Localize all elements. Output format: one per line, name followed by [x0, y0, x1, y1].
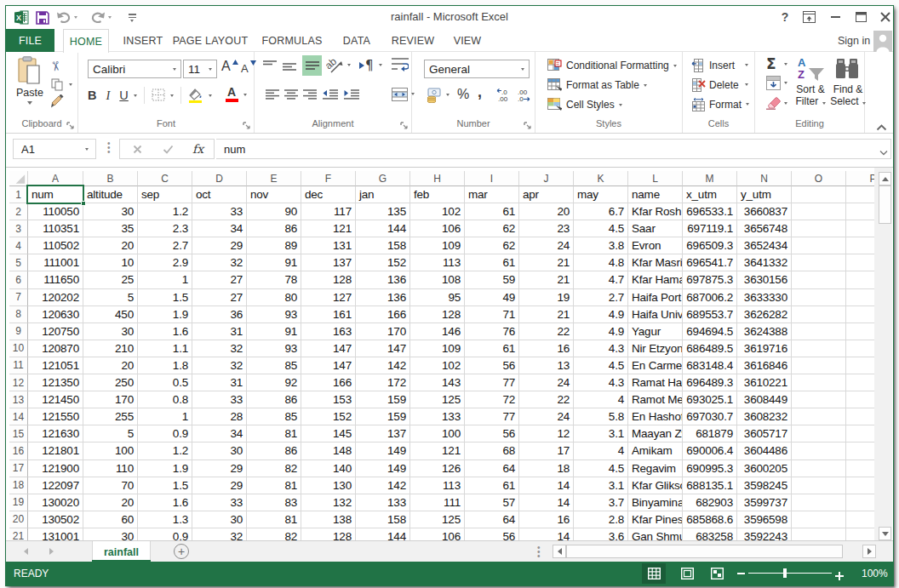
cell-H9[interactable]: 146 [410, 323, 465, 340]
cell-P15[interactable] [846, 425, 874, 442]
cell-H8[interactable]: 128 [410, 306, 465, 323]
column-header-J[interactable]: J [519, 171, 574, 186]
font-name-select[interactable]: Calibri [88, 60, 181, 78]
cell-L13[interactable]: Ramot Menashe [628, 391, 683, 408]
cell-B17[interactable]: 110 [83, 460, 138, 477]
cell-K20[interactable]: 2.8 [574, 511, 628, 528]
cell-C14[interactable]: 1 [138, 408, 192, 425]
cell-B15[interactable]: 5 [83, 425, 138, 442]
cell-N7[interactable]: 3633330 [737, 289, 792, 306]
underline-dropdown-icon[interactable] [134, 94, 137, 97]
cell-L20[interactable]: Kfar Pines [628, 511, 683, 528]
cell-P6[interactable] [846, 271, 874, 288]
vertical-scrollbar-thumb[interactable] [879, 186, 891, 224]
cell-C8[interactable]: 1.9 [138, 306, 192, 323]
column-header-D[interactable]: D [192, 171, 247, 186]
cell-K4[interactable]: 3.8 [574, 237, 628, 254]
cell-O19[interactable] [792, 494, 846, 511]
cell-D4[interactable]: 29 [192, 237, 247, 254]
cell-H2[interactable]: 102 [410, 203, 465, 220]
accounting-dropdown-icon[interactable] [446, 94, 450, 96]
cell-C16[interactable]: 1.2 [138, 442, 192, 460]
middle-align-icon[interactable] [283, 60, 296, 76]
sort-filter-icon[interactable]: A Z [798, 56, 827, 82]
tab-home[interactable]: HOME [63, 29, 109, 53]
scroll-down-icon[interactable] [879, 527, 891, 540]
cell-G10[interactable]: 147 [356, 340, 410, 357]
find-select-icon[interactable] [835, 57, 861, 81]
find-select-button[interactable]: Find & Select [827, 83, 869, 107]
row-header-21[interactable]: 21 [9, 528, 28, 540]
cell-A5[interactable]: 111001 [28, 254, 83, 271]
font-name-dropdown-icon[interactable] [173, 68, 176, 71]
decrease-decimal-icon[interactable]: .00 .0 [516, 88, 532, 106]
insert-function-icon[interactable]: fx [192, 142, 203, 156]
cell-O1[interactable] [792, 186, 846, 203]
cell-I17[interactable]: 64 [465, 460, 519, 477]
cell-P8[interactable] [846, 306, 874, 323]
cell-P3[interactable] [846, 220, 874, 237]
cell-M4[interactable]: 696509.3 [683, 237, 737, 254]
column-header-N[interactable]: N [737, 171, 792, 186]
cell-I18[interactable]: 61 [465, 477, 519, 494]
cell-F21[interactable]: 128 [301, 528, 356, 540]
cell-H21[interactable]: 106 [410, 528, 465, 540]
cell-I21[interactable]: 56 [465, 528, 519, 540]
cell-M18[interactable]: 688135.1 [683, 477, 737, 494]
tab-formulas[interactable]: FORMULAS [259, 29, 325, 52]
cell-J6[interactable]: 21 [519, 271, 574, 288]
cell-E18[interactable]: 81 [247, 477, 301, 494]
alignment-dialog-launcher-icon[interactable] [400, 118, 409, 127]
cell-A7[interactable]: 120202 [28, 289, 83, 306]
row-header-17[interactable]: 17 [9, 460, 28, 477]
tab-review[interactable]: REVIEW [388, 29, 438, 52]
cell-B8[interactable]: 450 [83, 306, 138, 323]
name-box[interactable]: A1 [13, 139, 96, 159]
cell-C2[interactable]: 1.2 [138, 203, 192, 220]
cell-J4[interactable]: 24 [519, 237, 574, 254]
cell-D6[interactable]: 27 [192, 271, 247, 288]
cell-F7[interactable]: 127 [301, 289, 356, 306]
cell-F1[interactable]: dec [301, 186, 356, 203]
cell-B21[interactable]: 30 [83, 528, 138, 540]
cell-C3[interactable]: 2.3 [138, 220, 192, 237]
cell-J5[interactable]: 21 [519, 254, 574, 271]
borders-icon[interactable] [152, 88, 166, 102]
cell-I8[interactable]: 71 [465, 306, 519, 323]
cell-G4[interactable]: 158 [356, 237, 410, 254]
cell-K7[interactable]: 2.7 [574, 289, 628, 306]
sign-in-link[interactable]: Sign in [838, 35, 870, 47]
row-header-11[interactable]: 11 [9, 357, 28, 374]
sort-filter-dropdown-icon[interactable] [822, 102, 826, 105]
cell-I14[interactable]: 77 [465, 408, 519, 425]
underline-button[interactable]: U [119, 88, 128, 102]
cell-C7[interactable]: 1.5 [138, 289, 192, 306]
clipboard-dialog-launcher-icon[interactable] [66, 118, 75, 127]
cell-E5[interactable]: 91 [247, 254, 301, 271]
cell-N17[interactable]: 3600205 [737, 460, 792, 477]
scroll-right-icon[interactable] [862, 545, 876, 558]
cell-A14[interactable]: 121550 [28, 408, 83, 425]
font-dialog-launcher-icon[interactable] [243, 118, 251, 127]
cell-L5[interactable]: Kfar Masrik [628, 254, 683, 271]
cell-G16[interactable]: 149 [356, 442, 410, 460]
cell-I5[interactable]: 61 [465, 254, 519, 271]
cell-F11[interactable]: 147 [301, 357, 356, 374]
cell-J17[interactable]: 18 [519, 460, 574, 477]
column-header-C[interactable]: C [138, 171, 192, 186]
cell-L10[interactable]: Nir Etzyon [628, 340, 683, 357]
cell-J9[interactable]: 22 [519, 323, 574, 340]
cell-F6[interactable]: 128 [301, 271, 356, 288]
column-header-H[interactable]: H [410, 171, 465, 186]
cell-J2[interactable]: 20 [519, 203, 574, 220]
cell-C6[interactable]: 1 [138, 271, 192, 288]
cell-B19[interactable]: 20 [83, 494, 138, 511]
cell-E2[interactable]: 90 [247, 203, 301, 220]
cell-A18[interactable]: 122097 [28, 477, 83, 494]
cell-A20[interactable]: 130502 [28, 511, 83, 528]
cell-J16[interactable]: 17 [519, 442, 574, 460]
cell-A12[interactable]: 121350 [28, 374, 83, 391]
cell-D18[interactable]: 29 [192, 477, 247, 494]
cell-B9[interactable]: 30 [83, 323, 138, 340]
collapse-ribbon-icon[interactable] [876, 119, 890, 129]
